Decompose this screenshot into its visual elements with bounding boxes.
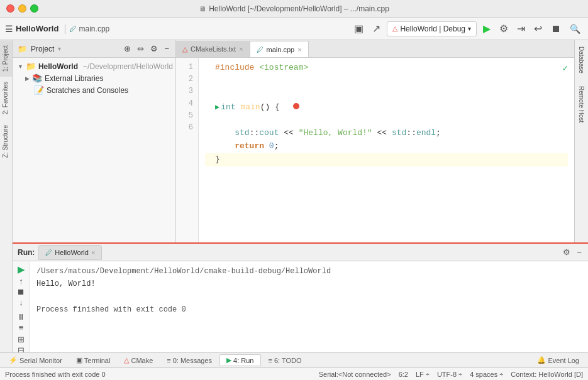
status-context: Context: HelloWorld [D] [511,371,583,378]
project-panel: 📁 Project ▾ ⊕ ⇔ ⚙ − ▼ [13,40,176,242]
tree-item-scratches[interactable]: 📝 Scratches and Consoles [13,84,175,96]
tree-item-helloworld[interactable]: ▼ 📁 HelloWorld ~/Development/HelloWorld [13,60,175,72]
run-stop-btn[interactable]: ⏹ [14,287,28,296]
run-config-label: HelloWorld | Debug [400,24,465,33]
todo-label: 6: TODO [274,357,302,364]
close-panel-button[interactable]: − [163,44,170,53]
run-pause-btn[interactable]: ⏸ [14,312,28,322]
cmake-icon: △ [182,45,187,53]
project-header: 📁 Project ▾ ⊕ ⇔ ⚙ − [13,40,175,58]
code-line-2 [205,75,568,88]
messages-label: 0: Messages [173,357,212,364]
chevron-icon-ext: ▶ [25,75,30,82]
arrow-3: ▶ [215,102,219,114]
run-wrap-btn[interactable]: ≡ [14,323,28,332]
cpp-icon: 🖊 [257,46,263,53]
new-dir-button[interactable]: ⊕ [123,44,132,53]
status-serial: Serial:<Not connected> [319,371,391,378]
bottom-tabs: ⚡ Serial Monitor ▣ Terminal △ CMake ≡ 0:… [0,352,588,367]
run-settings-btn[interactable]: ⚙ [562,247,572,257]
divider: | [64,23,66,35]
right-tab-remotehost[interactable]: Remote Host [577,82,586,126]
status-left-text: Process finished with exit code 0 [5,371,311,378]
dropdown-arrow: ▾ [468,25,471,32]
tab-run[interactable]: ▶ 4: Run [219,354,260,366]
run-play-btn[interactable]: ▶ [14,264,28,275]
run-output-blank [36,291,582,303]
tab-cmakelists[interactable]: △ CMakeLists.txt × [176,41,250,57]
step-in-button[interactable]: ↩ [531,21,545,36]
code-string: "Hello, World!" [299,127,372,140]
run-tab-helloworld[interactable]: 🖊 HelloWorld × [38,245,102,260]
code-space [254,62,259,75]
tab-cmakelists-label: CMakeLists.txt [191,45,236,53]
status-encoding: UTF-8 ÷ [437,371,462,378]
tab-eventlog[interactable]: 🔔 Event Log [531,355,585,366]
search-button[interactable]: 🔍 [567,23,583,35]
run-tab-label: HelloWorld [55,249,89,256]
cmake-tab-icon: △ [124,356,129,364]
run-tab-close[interactable]: × [91,249,95,256]
settings-project-button[interactable]: ⚙ [149,44,159,53]
sidebar-tab-structure[interactable]: Z: Structure [0,120,12,163]
run-minimize-btn[interactable]: − [575,247,583,257]
right-tab-database[interactable]: Database [577,43,586,77]
code-area[interactable]: ✓ #include <iostream> [199,58,574,242]
sidebar-tab-project[interactable]: 1: Project [0,40,12,77]
run-button[interactable]: ▶ [480,21,493,36]
status-bar: Process finished with exit code 0 Serial… [0,367,588,380]
step-over-button[interactable]: ⇥ [514,21,528,36]
main-toolbar: ☰ HelloWorld | 🖊 main.cpp ▣ ↗ △ HelloWor… [0,18,588,40]
project-header-actions: ⊕ ⇔ ⚙ − [123,44,170,53]
run-config[interactable]: △ HelloWorld | Debug ▾ [387,21,477,36]
build-button[interactable]: ⚙ [497,21,511,36]
tab-terminal[interactable]: ▣ Terminal [70,355,117,366]
tab-serial-monitor[interactable]: ⚡ Serial Monitor [3,355,69,366]
run-output-hello: Hello, World! [36,278,582,290]
code-line-5: return 0 ; [205,140,568,153]
window-title: 🖥 HelloWorld [~/Development/HelloWorld] … [199,4,389,13]
tab-cmakelists-close[interactable]: × [239,45,243,53]
tab-messages[interactable]: ≡ 0: Messages [160,356,218,366]
tab-maincpp-close[interactable]: × [297,46,301,53]
tree-label-ext-libs: External Libraries [45,74,103,83]
tab-maincpp-label: main.cpp [267,46,295,53]
tab-cmake[interactable]: △ CMake [118,355,159,366]
sidebar-tab-favorites[interactable]: 2: Favorites [0,77,12,119]
code-header: <iostream> [259,62,308,75]
run-tab-icon: 🖊 [45,249,52,256]
line-num-6: 6 [176,122,198,134]
code-main: main [240,101,260,114]
run-list-btn[interactable]: ⊟ [14,345,28,352]
tab-todo[interactable]: ≡ 6: TODO [262,356,308,366]
line-num-2: 2 [176,73,198,85]
run-scroll-btn[interactable]: ⊞ [14,335,28,344]
right-sidebar: Database Remote Host [574,40,588,242]
breakpoint-dot-3 [293,103,299,109]
center-column: 📁 Project ▾ ⊕ ⇔ ⚙ − ▼ [13,40,588,352]
line-num-4: 4 [176,98,198,110]
tab-maincpp[interactable]: 🖊 main.cpp × [250,41,309,57]
minimize-button[interactable] [18,4,26,13]
folder-icon-hw: 📁 [26,62,36,71]
run-body: ▶ ↑ ⏹ ↓ ⏸ ≡ ⊞ ⊟ › ⌄ /Users/matous/Develo… [13,261,588,352]
collapse-button[interactable]: ⇔ [136,44,145,53]
run-up-btn[interactable]: ↑ [14,276,28,286]
toolbar-right: ▣ ↗ △ HelloWorld | Debug ▾ ▶ ⚙ ⇥ ↩ ⏹ 🔍 [352,21,583,36]
cmake-label: CMake [131,357,153,364]
project-icon: ☰ [5,24,13,34]
close-button[interactable] [6,4,14,13]
tree-item-external-libs[interactable]: ▶ 📚 External Libraries [13,72,175,84]
code-line-1: #include <iostream> [205,62,568,75]
serial-label: Serial Monitor [19,357,62,364]
stop-button[interactable]: ⏹ [548,22,563,36]
project-label: HelloWorld [16,24,58,33]
run-output: /Users/matous/Development/HelloWorld/cma… [30,261,588,352]
todo-icon: ≡ [269,357,272,364]
expand-btn[interactable]: ▣ [352,21,366,36]
run-down-btn[interactable]: ↓ [14,298,28,307]
sync-btn[interactable]: ↗ [370,21,383,36]
maximize-button[interactable] [30,4,38,13]
line-numbers: 1 2 3 4 5 6 [176,58,199,242]
eventlog-label: Event Log [548,357,579,364]
